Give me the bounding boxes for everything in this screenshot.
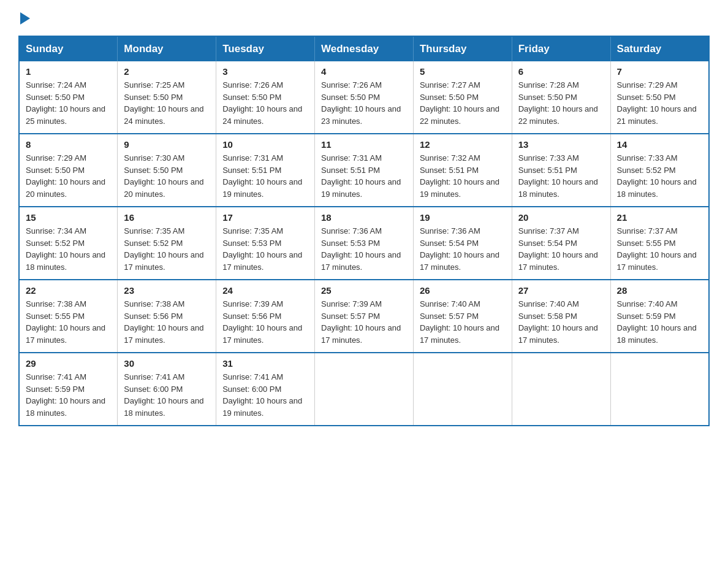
weekday-header-sunday: Sunday <box>19 36 118 61</box>
day-number: 20 <box>518 212 604 223</box>
calendar-cell: 12Sunrise: 7:32 AMSunset: 5:51 PMDayligh… <box>413 134 512 207</box>
day-info: Sunrise: 7:33 AMSunset: 5:51 PMDaylight:… <box>518 152 604 200</box>
calendar-cell: 6Sunrise: 7:28 AMSunset: 5:50 PMDaylight… <box>512 61 610 134</box>
calendar-cell: 30Sunrise: 7:41 AMSunset: 6:00 PMDayligh… <box>118 353 216 426</box>
calendar-cell: 24Sunrise: 7:39 AMSunset: 5:56 PMDayligh… <box>216 280 315 353</box>
day-number: 10 <box>222 139 308 150</box>
day-number: 5 <box>420 66 506 77</box>
day-info: Sunrise: 7:36 AMSunset: 5:54 PMDaylight:… <box>420 225 506 273</box>
day-info: Sunrise: 7:29 AMSunset: 5:50 PMDaylight:… <box>617 79 702 127</box>
calendar-cell: 25Sunrise: 7:39 AMSunset: 5:57 PMDayligh… <box>315 280 414 353</box>
day-number: 21 <box>617 212 702 223</box>
day-number: 11 <box>321 139 407 150</box>
weekday-header-saturday: Saturday <box>610 36 709 61</box>
day-number: 3 <box>222 66 308 77</box>
calendar-cell: 18Sunrise: 7:36 AMSunset: 5:53 PMDayligh… <box>315 207 414 280</box>
day-info: Sunrise: 7:37 AMSunset: 5:55 PMDaylight:… <box>617 225 702 273</box>
day-info: Sunrise: 7:31 AMSunset: 5:51 PMDaylight:… <box>222 152 308 200</box>
calendar-table: SundayMondayTuesdayWednesdayThursdayFrid… <box>18 36 710 426</box>
calendar-cell: 28Sunrise: 7:40 AMSunset: 5:59 PMDayligh… <box>610 280 709 353</box>
week-row-2: 8Sunrise: 7:29 AMSunset: 5:50 PMDaylight… <box>19 134 709 207</box>
day-info: Sunrise: 7:25 AMSunset: 5:50 PMDaylight:… <box>124 79 210 127</box>
calendar-cell <box>610 353 709 426</box>
day-number: 28 <box>617 285 702 296</box>
calendar-cell: 14Sunrise: 7:33 AMSunset: 5:52 PMDayligh… <box>610 134 709 207</box>
calendar-cell: 16Sunrise: 7:35 AMSunset: 5:52 PMDayligh… <box>118 207 216 280</box>
calendar-cell: 10Sunrise: 7:31 AMSunset: 5:51 PMDayligh… <box>216 134 315 207</box>
day-info: Sunrise: 7:26 AMSunset: 5:50 PMDaylight:… <box>321 79 407 127</box>
day-info: Sunrise: 7:41 AMSunset: 6:00 PMDaylight:… <box>124 371 210 419</box>
day-info: Sunrise: 7:37 AMSunset: 5:54 PMDaylight:… <box>518 225 604 273</box>
logo <box>18 12 30 25</box>
day-number: 8 <box>26 139 111 150</box>
calendar-cell: 17Sunrise: 7:35 AMSunset: 5:53 PMDayligh… <box>216 207 315 280</box>
page-header <box>18 12 710 25</box>
calendar-cell: 26Sunrise: 7:40 AMSunset: 5:57 PMDayligh… <box>413 280 512 353</box>
day-number: 7 <box>617 66 702 77</box>
day-number: 14 <box>617 139 702 150</box>
day-number: 24 <box>222 285 308 296</box>
calendar-cell: 29Sunrise: 7:41 AMSunset: 5:59 PMDayligh… <box>19 353 118 426</box>
day-info: Sunrise: 7:39 AMSunset: 5:57 PMDaylight:… <box>321 298 407 346</box>
day-number: 13 <box>518 139 604 150</box>
day-info: Sunrise: 7:27 AMSunset: 5:50 PMDaylight:… <box>420 79 506 127</box>
weekday-header-friday: Friday <box>512 36 610 61</box>
day-number: 31 <box>222 358 308 369</box>
week-row-5: 29Sunrise: 7:41 AMSunset: 5:59 PMDayligh… <box>19 353 709 426</box>
day-number: 9 <box>124 139 210 150</box>
calendar-cell: 19Sunrise: 7:36 AMSunset: 5:54 PMDayligh… <box>413 207 512 280</box>
calendar-cell: 20Sunrise: 7:37 AMSunset: 5:54 PMDayligh… <box>512 207 610 280</box>
calendar-cell: 9Sunrise: 7:30 AMSunset: 5:50 PMDaylight… <box>118 134 216 207</box>
calendar-cell: 8Sunrise: 7:29 AMSunset: 5:50 PMDaylight… <box>19 134 118 207</box>
day-number: 17 <box>222 212 308 223</box>
day-info: Sunrise: 7:40 AMSunset: 5:57 PMDaylight:… <box>420 298 506 346</box>
calendar-cell: 27Sunrise: 7:40 AMSunset: 5:58 PMDayligh… <box>512 280 610 353</box>
calendar-cell: 5Sunrise: 7:27 AMSunset: 5:50 PMDaylight… <box>413 61 512 134</box>
day-info: Sunrise: 7:35 AMSunset: 5:53 PMDaylight:… <box>222 225 308 273</box>
day-number: 29 <box>26 358 111 369</box>
day-info: Sunrise: 7:35 AMSunset: 5:52 PMDaylight:… <box>124 225 210 273</box>
calendar-cell: 4Sunrise: 7:26 AMSunset: 5:50 PMDaylight… <box>315 61 414 134</box>
day-number: 2 <box>124 66 210 77</box>
day-info: Sunrise: 7:26 AMSunset: 5:50 PMDaylight:… <box>222 79 308 127</box>
day-info: Sunrise: 7:29 AMSunset: 5:50 PMDaylight:… <box>26 152 111 200</box>
weekday-header-monday: Monday <box>118 36 216 61</box>
day-number: 26 <box>420 285 506 296</box>
day-info: Sunrise: 7:31 AMSunset: 5:51 PMDaylight:… <box>321 152 407 200</box>
day-number: 15 <box>26 212 111 223</box>
calendar-cell: 1Sunrise: 7:24 AMSunset: 5:50 PMDaylight… <box>19 61 118 134</box>
week-row-3: 15Sunrise: 7:34 AMSunset: 5:52 PMDayligh… <box>19 207 709 280</box>
day-info: Sunrise: 7:28 AMSunset: 5:50 PMDaylight:… <box>518 79 604 127</box>
day-number: 1 <box>26 66 111 77</box>
day-info: Sunrise: 7:32 AMSunset: 5:51 PMDaylight:… <box>420 152 506 200</box>
day-info: Sunrise: 7:33 AMSunset: 5:52 PMDaylight:… <box>617 152 702 200</box>
day-number: 18 <box>321 212 407 223</box>
day-info: Sunrise: 7:41 AMSunset: 5:59 PMDaylight:… <box>26 371 111 419</box>
day-info: Sunrise: 7:41 AMSunset: 6:00 PMDaylight:… <box>222 371 308 419</box>
day-number: 25 <box>321 285 407 296</box>
day-info: Sunrise: 7:34 AMSunset: 5:52 PMDaylight:… <box>26 225 111 273</box>
day-number: 4 <box>321 66 407 77</box>
day-info: Sunrise: 7:40 AMSunset: 5:58 PMDaylight:… <box>518 298 604 346</box>
weekday-header-wednesday: Wednesday <box>315 36 414 61</box>
day-info: Sunrise: 7:38 AMSunset: 5:55 PMDaylight:… <box>26 298 111 346</box>
day-info: Sunrise: 7:36 AMSunset: 5:53 PMDaylight:… <box>321 225 407 273</box>
calendar-cell: 13Sunrise: 7:33 AMSunset: 5:51 PMDayligh… <box>512 134 610 207</box>
day-info: Sunrise: 7:38 AMSunset: 5:56 PMDaylight:… <box>124 298 210 346</box>
calendar-cell: 22Sunrise: 7:38 AMSunset: 5:55 PMDayligh… <box>19 280 118 353</box>
day-number: 27 <box>518 285 604 296</box>
day-number: 23 <box>124 285 210 296</box>
day-number: 22 <box>26 285 111 296</box>
calendar-cell: 11Sunrise: 7:31 AMSunset: 5:51 PMDayligh… <box>315 134 414 207</box>
day-info: Sunrise: 7:24 AMSunset: 5:50 PMDaylight:… <box>26 79 111 127</box>
calendar-cell: 3Sunrise: 7:26 AMSunset: 5:50 PMDaylight… <box>216 61 315 134</box>
day-number: 6 <box>518 66 604 77</box>
day-number: 16 <box>124 212 210 223</box>
calendar-cell: 23Sunrise: 7:38 AMSunset: 5:56 PMDayligh… <box>118 280 216 353</box>
day-info: Sunrise: 7:39 AMSunset: 5:56 PMDaylight:… <box>222 298 308 346</box>
weekday-header-tuesday: Tuesday <box>216 36 315 61</box>
calendar-cell: 2Sunrise: 7:25 AMSunset: 5:50 PMDaylight… <box>118 61 216 134</box>
day-info: Sunrise: 7:30 AMSunset: 5:50 PMDaylight:… <box>124 152 210 200</box>
calendar-cell: 15Sunrise: 7:34 AMSunset: 5:52 PMDayligh… <box>19 207 118 280</box>
day-info: Sunrise: 7:40 AMSunset: 5:59 PMDaylight:… <box>617 298 702 346</box>
